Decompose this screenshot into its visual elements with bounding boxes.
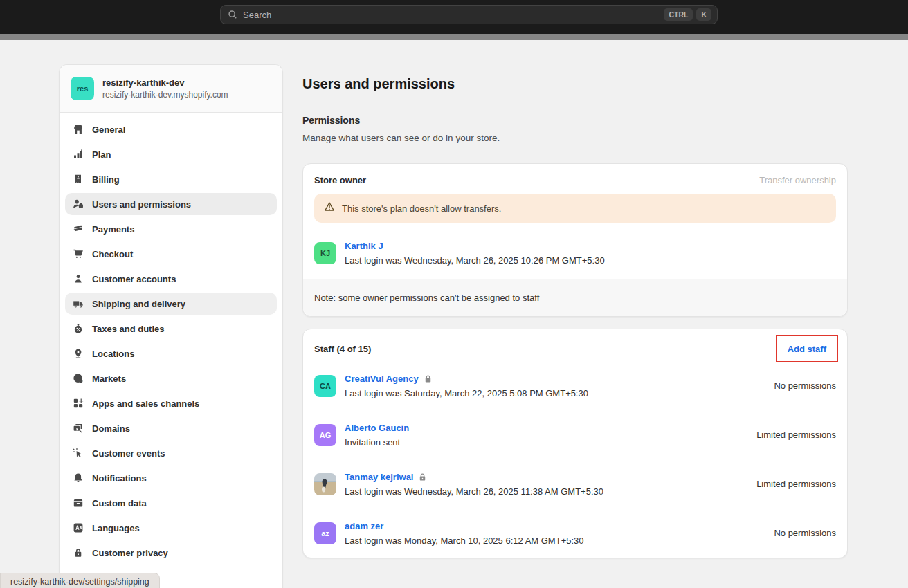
permissions-heading: Permissions	[302, 114, 848, 127]
sidebar-item-plan[interactable]: Plan	[65, 143, 277, 165]
settings-nav: General Plan Billing Users and permissio…	[60, 113, 282, 564]
link-status-tooltip: resizify-karthik-dev/settings/shipping	[0, 573, 160, 588]
store-icon	[72, 124, 84, 136]
owner-name-link[interactable]: Karthik J	[345, 240, 383, 252]
staff-name-link[interactable]: Tanmay kejriwal	[345, 471, 427, 483]
main-content: Users and permissions Permissions Manage…	[302, 64, 848, 558]
sidebar-item-shipping-and-delivery[interactable]: Shipping and delivery	[65, 293, 277, 315]
warning-icon	[324, 201, 335, 215]
staff-row: az adam zer Last login was Monday, March…	[303, 511, 847, 558]
sidebar-item-customer-accounts[interactable]: Customer accounts	[65, 268, 277, 290]
search-icon	[228, 10, 237, 19]
warning-text: This store's plan doesn't allow transfer…	[342, 203, 501, 214]
staff-row: AG Alberto Gaucin Invitation sent Limite…	[303, 413, 847, 462]
staff-row: Tanmay kejriwal Last login was Wednesday…	[303, 462, 847, 511]
sidebar-item-apps-and-sales-channels[interactable]: Apps and sales channels	[65, 392, 277, 414]
staff-avatar: CA	[314, 375, 336, 397]
bell-icon	[72, 472, 84, 484]
add-staff-button[interactable]: Add staff	[788, 344, 826, 354]
checkout-icon	[72, 248, 84, 260]
sidebar-item-checkout[interactable]: Checkout	[65, 243, 277, 265]
transfer-ownership-button[interactable]: Transfer ownership	[759, 175, 836, 185]
users-icon	[72, 199, 84, 210]
staff-card: Staff (4 of 15) Add staff CA CreatiVul A…	[302, 329, 848, 558]
apps-icon	[72, 398, 84, 410]
ctrl-key-badge: CTRL	[664, 8, 693, 21]
sidebar-item-notifications[interactable]: Notifications	[65, 467, 277, 489]
lock-icon	[424, 374, 433, 383]
staff-avatar: AG	[314, 424, 336, 446]
plan-icon	[72, 149, 84, 160]
sidebar-item-domains[interactable]: Domains	[65, 417, 277, 439]
staff-name-link[interactable]: CreatiVul Agency	[345, 373, 433, 385]
sidebar-item-customer-privacy[interactable]: Customer privacy	[65, 542, 277, 564]
store-header[interactable]: res resizify-karthik-dev resizify-karthi…	[60, 65, 282, 113]
sidebar-item-locations[interactable]: Locations	[65, 342, 277, 365]
k-key-badge: K	[696, 8, 711, 21]
staff-last-login: Last login was Monday, March 10, 2025 6:…	[345, 535, 765, 546]
globe-icon: $	[72, 373, 84, 385]
window-divider-strip	[0, 34, 908, 40]
sidebar-item-customer-events[interactable]: Customer events	[65, 442, 277, 464]
billing-icon	[72, 174, 84, 185]
store-name: resizify-karthik-dev	[102, 77, 228, 89]
person-icon	[72, 273, 84, 285]
store-logo: res	[71, 77, 94, 100]
transfer-warning-banner: This store's plan doesn't allow transfer…	[314, 194, 836, 223]
owner-avatar: KJ	[314, 242, 336, 264]
staff-avatar-photo	[314, 473, 336, 495]
sidebar-item-payments[interactable]: Payments	[65, 218, 277, 240]
permissions-description: Manage what users can see or do in your …	[302, 132, 848, 145]
staff-permission: No permissions	[774, 380, 836, 391]
owner-row: KJ Karthik J Last login was Wednesday, M…	[303, 232, 847, 279]
cursor-spark-icon	[72, 448, 84, 459]
staff-name-link[interactable]: Alberto Gaucin	[345, 422, 409, 434]
sidebar-item-general[interactable]: General	[65, 118, 277, 140]
store-owner-title: Store owner	[314, 175, 366, 185]
staff-permission: Limited permissions	[756, 479, 836, 489]
admin-topbar: Search CTRL K	[0, 0, 908, 34]
owner-note: Note: some owner permissions can't be as…	[303, 279, 847, 316]
staff-row: CA CreatiVul Agency Last login was Satur…	[303, 364, 847, 413]
search-input[interactable]: Search CTRL K	[220, 5, 718, 24]
sidebar-item-billing[interactable]: Billing	[65, 168, 277, 190]
store-domain: resizify-karthik-dev.myshopify.com	[102, 90, 228, 100]
search-placeholder: Search	[243, 10, 660, 20]
sidebar-item-markets[interactable]: $ Markets	[65, 367, 277, 389]
staff-last-login: Last login was Saturday, March 22, 2025 …	[345, 387, 765, 399]
sidebar-item-custom-data[interactable]: Custom data	[65, 492, 277, 514]
sidebar-item-languages[interactable]: Languages	[65, 517, 277, 539]
box-icon	[72, 497, 84, 509]
sidebar-item-taxes-and-duties[interactable]: Taxes and duties	[65, 318, 277, 340]
page-title: Users and permissions	[302, 75, 848, 92]
settings-sidebar: res resizify-karthik-dev resizify-karthi…	[59, 64, 283, 588]
staff-title: Staff (4 of 15)	[314, 344, 371, 354]
store-owner-card: Store owner Transfer ownership This stor…	[302, 163, 848, 317]
owner-last-login: Last login was Wednesday, March 26, 2025…	[345, 255, 836, 266]
pin-icon	[72, 348, 84, 360]
staff-avatar: az	[314, 522, 336, 544]
staff-permission: Limited permissions	[756, 430, 836, 440]
staff-permission: No permissions	[774, 528, 836, 538]
sidebar-item-users-and-permissions[interactable]: Users and permissions	[65, 193, 277, 215]
translate-icon	[72, 522, 84, 534]
annotation-highlight: Add staff	[776, 335, 838, 362]
truck-icon	[72, 298, 84, 310]
payments-icon	[72, 223, 84, 235]
taxes-icon	[72, 323, 84, 335]
lock-icon	[72, 547, 84, 559]
lock-icon	[418, 472, 427, 481]
domains-icon	[72, 423, 84, 434]
staff-name-link[interactable]: adam zer	[345, 520, 383, 532]
staff-status: Invitation sent	[345, 437, 748, 448]
staff-last-login: Last login was Wednesday, March 26, 2025…	[345, 486, 748, 497]
